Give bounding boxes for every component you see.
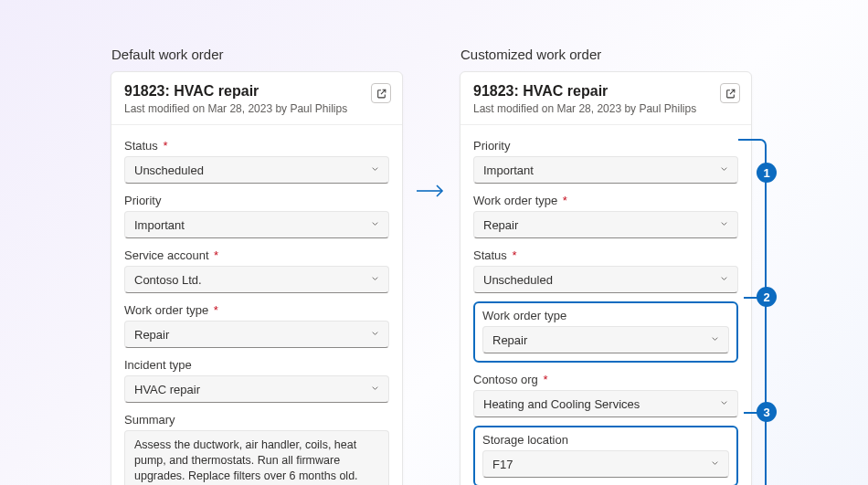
- chevron-down-icon: [370, 328, 380, 342]
- chevron-down-icon: [370, 383, 380, 396]
- priority-select[interactable]: Important: [124, 211, 389, 238]
- status-select[interactable]: Unscheduled: [473, 266, 738, 293]
- storage-location-select[interactable]: F17: [482, 450, 729, 478]
- highlight-storage-location: Storage location F17: [473, 426, 738, 485]
- field-status: Status * Unscheduled: [124, 139, 389, 184]
- card-subtitle: Last modified on Mar 28, 2023 by Paul Ph…: [124, 102, 389, 115]
- open-in-new-icon[interactable]: [371, 83, 391, 103]
- card-body: Priority Important Work order type * Rep…: [460, 125, 751, 485]
- chevron-down-icon: [719, 218, 729, 232]
- work-order-type-select[interactable]: Repair: [124, 321, 389, 348]
- card-subtitle: Last modified on Mar 28, 2023 by Paul Ph…: [473, 102, 738, 115]
- field-label: Priority: [473, 139, 738, 153]
- card-header: 91823: HVAC repair Last modified on Mar …: [111, 72, 402, 125]
- summary-label: Summary: [124, 413, 389, 427]
- card-header: 91823: HVAC repair Last modified on Mar …: [460, 72, 751, 125]
- field-incident-type: Incident type HVAC repair: [124, 358, 389, 403]
- chevron-down-icon: [719, 397, 729, 411]
- right-heading: Customized work order: [460, 47, 601, 62]
- highlight-work-order-type: Work order type Repair: [473, 301, 738, 363]
- work-order-type-select-dup[interactable]: Repair: [482, 326, 729, 353]
- card-title: 91823: HVAC repair: [473, 83, 738, 100]
- field-status: Status * Unscheduled: [473, 248, 738, 293]
- summary-textarea[interactable]: Assess the ductwork, air handler, coils,…: [124, 430, 389, 485]
- field-service-account: Service account * Contoso Ltd.: [124, 248, 389, 293]
- chevron-down-icon: [370, 218, 380, 232]
- card-body: Status * Unscheduled Priority Important …: [111, 125, 402, 485]
- chevron-down-icon: [719, 273, 729, 287]
- field-label: Priority: [124, 194, 389, 207]
- comparison-figure: Default work order 91823: HVAC repair La…: [0, 0, 868, 485]
- field-priority: Priority Important: [124, 194, 389, 238]
- field-priority: Priority Important: [473, 139, 738, 184]
- chevron-down-icon: [370, 163, 380, 177]
- priority-select[interactable]: Important: [473, 156, 738, 184]
- field-label: Work order type *: [124, 303, 389, 317]
- field-work-order-type-required: Work order type * Repair: [473, 194, 738, 238]
- field-label: Service account *: [124, 248, 389, 262]
- chevron-down-icon: [710, 458, 720, 471]
- field-label: Storage location: [482, 433, 729, 447]
- service-account-select[interactable]: Contoso Ltd.: [124, 266, 389, 293]
- status-select[interactable]: Unscheduled: [124, 156, 389, 184]
- field-work-order-type: Work order type * Repair: [124, 303, 389, 348]
- incident-type-select[interactable]: HVAC repair: [124, 375, 389, 403]
- chevron-down-icon: [719, 163, 729, 177]
- callout-badge-1: 1: [757, 163, 777, 183]
- customized-work-order-card: 91823: HVAC repair Last modified on Mar …: [460, 71, 752, 485]
- left-heading: Default work order: [111, 47, 224, 62]
- field-label: Status *: [473, 248, 738, 262]
- chevron-down-icon: [370, 273, 380, 287]
- work-order-type-select[interactable]: Repair: [473, 211, 738, 238]
- field-label: Status *: [124, 139, 389, 153]
- arrow-right-icon: [415, 183, 448, 203]
- field-label: Work order type: [482, 309, 729, 322]
- default-work-order-card: 91823: HVAC repair Last modified on Mar …: [111, 71, 403, 485]
- field-label: Contoso org *: [473, 373, 738, 386]
- card-title: 91823: HVAC repair: [124, 83, 389, 100]
- open-in-new-icon[interactable]: [720, 83, 740, 103]
- callout-badge-2: 2: [757, 287, 777, 307]
- callout-badge-3: 3: [757, 402, 777, 422]
- field-label: Work order type *: [473, 194, 738, 207]
- contoso-org-select[interactable]: Heating and Cooling Services: [473, 390, 738, 417]
- field-label: Incident type: [124, 358, 389, 372]
- chevron-down-icon: [710, 333, 720, 347]
- field-contoso-org: Contoso org * Heating and Cooling Servic…: [473, 373, 738, 417]
